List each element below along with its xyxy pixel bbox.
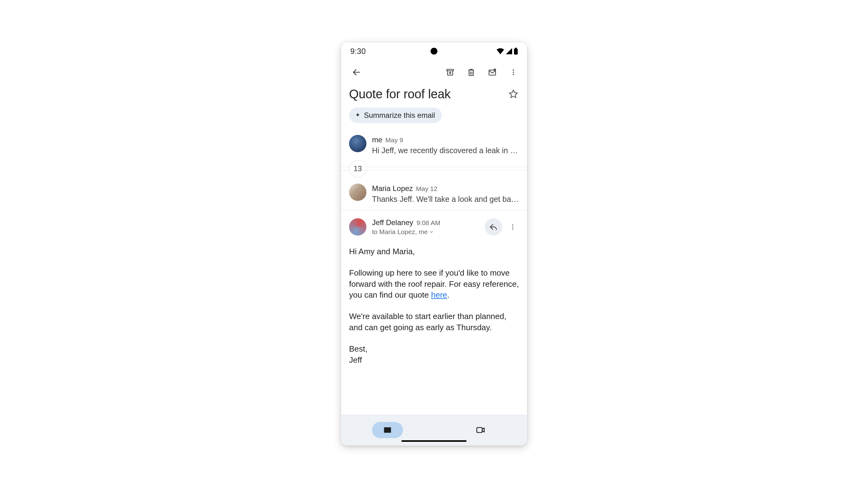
more-vertical-icon	[509, 223, 516, 231]
more-vertical-icon	[509, 68, 517, 76]
message-collapsed-maria[interactable]: Maria Lopez May 12 Thanks Jeff. We'll ta…	[341, 176, 527, 210]
svg-rect-3	[447, 69, 454, 71]
trash-icon	[467, 68, 475, 77]
home-indicator[interactable]	[401, 440, 467, 442]
nav-mail-pill	[372, 422, 403, 438]
summarize-label: Summarize this email	[364, 111, 435, 120]
svg-point-15	[512, 228, 514, 230]
message-text: me May 9 Hi Jeff, we recently discovered…	[372, 135, 519, 155]
sender-name: Maria Lopez	[372, 184, 413, 193]
toolbar	[341, 60, 527, 85]
collapsed-count-divider[interactable]: 13	[341, 164, 527, 174]
message-text: Maria Lopez May 12 Thanks Jeff. We'll ta…	[372, 184, 519, 204]
svg-point-14	[512, 226, 514, 227]
bottom-nav	[341, 415, 527, 446]
archive-button[interactable]	[443, 65, 458, 80]
message-more-button[interactable]	[506, 221, 519, 233]
wifi-icon	[497, 48, 504, 54]
reply-icon	[489, 223, 498, 231]
svg-marker-17	[482, 428, 484, 432]
message-time: 9:08 AM	[416, 219, 440, 226]
sparkle-icon	[354, 112, 361, 118]
message-actions	[485, 218, 519, 236]
sender-name: Jeff Delaney	[372, 218, 413, 226]
body-signoff: Best, Jeff	[349, 343, 519, 366]
svg-point-11	[513, 74, 514, 75]
star-button[interactable]	[506, 87, 521, 101]
message-collapsed-me[interactable]: me May 9 Hi Jeff, we recently discovered…	[341, 127, 527, 161]
battery-icon	[514, 48, 518, 55]
svg-rect-16	[477, 428, 482, 432]
status-icons	[497, 48, 518, 55]
body-paragraph-1: Following up here to see if you'd like t…	[349, 268, 519, 300]
mark-unread-button[interactable]	[485, 65, 500, 80]
body-paragraph-2: We're available to start earlier than pl…	[349, 311, 519, 333]
svg-point-13	[512, 224, 514, 226]
mail-filled-icon	[383, 425, 392, 435]
message-header[interactable]: Jeff Delaney 9:08 AM to Maria Lopez, me	[372, 218, 479, 236]
svg-marker-12	[509, 90, 517, 98]
back-button[interactable]	[349, 65, 364, 80]
email-subject: Quote for roof leak	[349, 87, 506, 101]
phone-frame: 9:30 Quote for r	[341, 42, 527, 446]
subject-row: Quote for roof leak	[341, 85, 527, 101]
recipients-line[interactable]: to Maria Lopez, me	[372, 228, 434, 236]
chip-row: Summarize this email	[341, 101, 527, 127]
svg-point-8	[494, 68, 496, 71]
video-icon	[475, 425, 486, 435]
summarize-chip[interactable]: Summarize this email	[349, 108, 442, 123]
message-snippet: Hi Jeff, we recently discovered a leak i…	[372, 146, 519, 155]
svg-rect-0	[514, 49, 518, 55]
delete-button[interactable]	[464, 65, 478, 80]
message-snippet: Thanks Jeff. We'll take a look and get b…	[372, 195, 519, 204]
status-bar: 9:30	[341, 42, 527, 60]
more-button[interactable]	[506, 65, 521, 80]
reply-button[interactable]	[485, 218, 502, 236]
mail-unread-icon	[488, 68, 497, 77]
message-body: Hi Amy and Maria, Following up here to s…	[341, 236, 527, 378]
toolbar-actions	[443, 65, 521, 80]
cellular-icon	[506, 48, 512, 54]
svg-rect-1	[515, 48, 517, 49]
chevron-down-icon	[429, 230, 434, 234]
message-date: May 12	[416, 185, 437, 192]
body-greeting: Hi Amy and Maria,	[349, 246, 519, 257]
avatar	[349, 135, 366, 152]
svg-point-10	[513, 72, 514, 73]
avatar[interactable]	[349, 218, 366, 236]
star-outline-icon	[508, 89, 518, 99]
front-camera-cutout	[431, 48, 437, 55]
quote-link[interactable]: here	[431, 290, 447, 300]
message-date: May 9	[385, 136, 403, 144]
status-time: 9:30	[350, 47, 366, 56]
archive-icon	[446, 68, 455, 77]
recipients-text: to Maria Lopez, me	[372, 228, 428, 236]
sender-name: me	[372, 135, 382, 144]
svg-point-9	[513, 69, 514, 71]
collapsed-count-badge: 13	[349, 160, 366, 177]
message-expanded-jeff: Jeff Delaney 9:08 AM to Maria Lopez, me	[341, 210, 527, 236]
avatar	[349, 184, 366, 201]
arrow-left-icon	[352, 68, 361, 77]
